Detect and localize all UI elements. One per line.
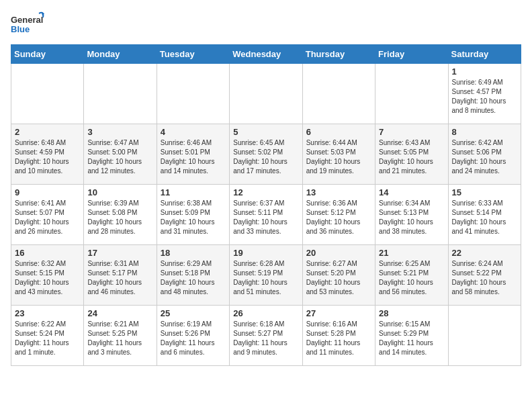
calendar-cell: 14Sunrise: 6:34 AM Sunset: 5:13 PM Dayli… <box>375 185 448 245</box>
calendar-cell: 16Sunrise: 6:32 AM Sunset: 5:15 PM Dayli… <box>11 245 84 306</box>
calendar-cell: 18Sunrise: 6:29 AM Sunset: 5:18 PM Dayli… <box>157 245 229 306</box>
day-info: Sunrise: 6:32 AM Sunset: 5:15 PM Dayligh… <box>15 259 80 297</box>
day-number: 3 <box>87 127 152 137</box>
day-number: 16 <box>15 248 80 258</box>
calendar-body: 1Sunrise: 6:49 AM Sunset: 4:57 PM Daylig… <box>11 64 521 366</box>
day-info: Sunrise: 6:18 AM Sunset: 5:27 PM Dayligh… <box>233 320 298 357</box>
calendar-cell: 13Sunrise: 6:36 AM Sunset: 5:12 PM Dayli… <box>302 185 375 245</box>
day-number: 27 <box>306 308 371 318</box>
day-number: 10 <box>87 187 152 197</box>
day-number: 21 <box>379 248 444 258</box>
day-info: Sunrise: 6:22 AM Sunset: 5:24 PM Dayligh… <box>15 320 80 357</box>
calendar-cell <box>11 64 84 124</box>
logo: General Blue <box>11 11 44 39</box>
page-header: General Blue <box>11 11 521 39</box>
calendar-cell <box>84 64 157 124</box>
day-number: 24 <box>87 308 152 318</box>
calendar-cell <box>448 306 521 366</box>
calendar-cell: 20Sunrise: 6:27 AM Sunset: 5:20 PM Dayli… <box>302 245 375 306</box>
calendar-table: SundayMondayTuesdayWednesdayThursdayFrid… <box>11 44 521 366</box>
day-number: 6 <box>306 127 371 137</box>
day-info: Sunrise: 6:38 AM Sunset: 5:09 PM Dayligh… <box>161 199 226 236</box>
calendar-cell: 26Sunrise: 6:18 AM Sunset: 5:27 PM Dayli… <box>230 306 302 366</box>
day-number: 14 <box>379 187 444 197</box>
day-number: 22 <box>452 248 517 258</box>
calendar-cell: 28Sunrise: 6:15 AM Sunset: 5:29 PM Dayli… <box>375 306 448 366</box>
day-info: Sunrise: 6:45 AM Sunset: 5:02 PM Dayligh… <box>233 138 298 176</box>
day-info: Sunrise: 6:29 AM Sunset: 5:18 PM Dayligh… <box>161 259 226 297</box>
day-info: Sunrise: 6:46 AM Sunset: 5:01 PM Dayligh… <box>161 138 226 176</box>
day-info: Sunrise: 6:42 AM Sunset: 5:06 PM Dayligh… <box>452 138 517 176</box>
header-row: SundayMondayTuesdayWednesdayThursdayFrid… <box>11 45 521 64</box>
day-info: Sunrise: 6:25 AM Sunset: 5:21 PM Dayligh… <box>379 259 444 297</box>
day-info: Sunrise: 6:33 AM Sunset: 5:14 PM Dayligh… <box>452 199 517 236</box>
header-day-monday: Monday <box>84 45 157 64</box>
calendar-cell <box>375 64 448 124</box>
day-info: Sunrise: 6:21 AM Sunset: 5:25 PM Dayligh… <box>87 320 152 357</box>
day-info: Sunrise: 6:24 AM Sunset: 5:22 PM Dayligh… <box>452 259 517 297</box>
day-number: 9 <box>15 187 80 197</box>
calendar-cell: 17Sunrise: 6:31 AM Sunset: 5:17 PM Dayli… <box>84 245 157 306</box>
calendar-cell: 22Sunrise: 6:24 AM Sunset: 5:22 PM Dayli… <box>448 245 521 306</box>
day-info: Sunrise: 6:49 AM Sunset: 4:57 PM Dayligh… <box>452 78 517 116</box>
calendar-cell: 19Sunrise: 6:28 AM Sunset: 5:19 PM Dayli… <box>230 245 302 306</box>
week-row-5: 23Sunrise: 6:22 AM Sunset: 5:24 PM Dayli… <box>11 306 521 366</box>
day-info: Sunrise: 6:27 AM Sunset: 5:20 PM Dayligh… <box>306 259 371 297</box>
day-info: Sunrise: 6:47 AM Sunset: 5:00 PM Dayligh… <box>87 138 152 176</box>
day-info: Sunrise: 6:36 AM Sunset: 5:12 PM Dayligh… <box>306 199 371 236</box>
day-number: 18 <box>161 248 226 258</box>
calendar-cell: 12Sunrise: 6:37 AM Sunset: 5:11 PM Dayli… <box>230 185 302 245</box>
day-number: 2 <box>15 127 80 137</box>
logo-svg-icon: General Blue <box>11 11 44 39</box>
week-row-4: 16Sunrise: 6:32 AM Sunset: 5:15 PM Dayli… <box>11 245 521 306</box>
calendar-cell: 4Sunrise: 6:46 AM Sunset: 5:01 PM Daylig… <box>157 124 229 185</box>
calendar-cell: 15Sunrise: 6:33 AM Sunset: 5:14 PM Dayli… <box>448 185 521 245</box>
day-number: 13 <box>306 187 371 197</box>
header-day-friday: Friday <box>375 45 448 64</box>
day-info: Sunrise: 6:19 AM Sunset: 5:26 PM Dayligh… <box>161 320 226 357</box>
svg-text:General: General <box>11 15 43 25</box>
calendar-cell: 11Sunrise: 6:38 AM Sunset: 5:09 PM Dayli… <box>157 185 229 245</box>
day-number: 20 <box>306 248 371 258</box>
week-row-2: 2Sunrise: 6:48 AM Sunset: 4:59 PM Daylig… <box>11 124 521 185</box>
header-day-thursday: Thursday <box>302 45 375 64</box>
day-info: Sunrise: 6:48 AM Sunset: 4:59 PM Dayligh… <box>15 138 80 176</box>
day-number: 17 <box>87 248 152 258</box>
day-number: 4 <box>161 127 226 137</box>
header-day-tuesday: Tuesday <box>157 45 229 64</box>
calendar-cell: 2Sunrise: 6:48 AM Sunset: 4:59 PM Daylig… <box>11 124 84 185</box>
day-info: Sunrise: 6:43 AM Sunset: 5:05 PM Dayligh… <box>379 138 444 176</box>
calendar-cell: 3Sunrise: 6:47 AM Sunset: 5:00 PM Daylig… <box>84 124 157 185</box>
calendar-cell <box>230 64 302 124</box>
week-row-3: 9Sunrise: 6:41 AM Sunset: 5:07 PM Daylig… <box>11 185 521 245</box>
day-info: Sunrise: 6:16 AM Sunset: 5:28 PM Dayligh… <box>306 320 371 357</box>
calendar-cell: 23Sunrise: 6:22 AM Sunset: 5:24 PM Dayli… <box>11 306 84 366</box>
day-info: Sunrise: 6:41 AM Sunset: 5:07 PM Dayligh… <box>15 199 80 236</box>
header-day-sunday: Sunday <box>11 45 84 64</box>
day-number: 12 <box>233 187 298 197</box>
header-day-wednesday: Wednesday <box>230 45 302 64</box>
day-info: Sunrise: 6:39 AM Sunset: 5:08 PM Dayligh… <box>87 199 152 236</box>
day-number: 28 <box>379 308 444 318</box>
day-number: 15 <box>452 187 517 197</box>
day-number: 8 <box>452 127 517 137</box>
calendar-cell: 25Sunrise: 6:19 AM Sunset: 5:26 PM Dayli… <box>157 306 229 366</box>
day-number: 26 <box>233 308 298 318</box>
calendar-cell: 8Sunrise: 6:42 AM Sunset: 5:06 PM Daylig… <box>448 124 521 185</box>
day-info: Sunrise: 6:15 AM Sunset: 5:29 PM Dayligh… <box>379 320 444 357</box>
calendar-cell: 27Sunrise: 6:16 AM Sunset: 5:28 PM Dayli… <box>302 306 375 366</box>
day-number: 7 <box>379 127 444 137</box>
calendar-cell: 7Sunrise: 6:43 AM Sunset: 5:05 PM Daylig… <box>375 124 448 185</box>
day-number: 5 <box>233 127 298 137</box>
week-row-1: 1Sunrise: 6:49 AM Sunset: 4:57 PM Daylig… <box>11 64 521 124</box>
calendar-cell: 6Sunrise: 6:44 AM Sunset: 5:03 PM Daylig… <box>302 124 375 185</box>
day-info: Sunrise: 6:34 AM Sunset: 5:13 PM Dayligh… <box>379 199 444 236</box>
calendar-cell: 5Sunrise: 6:45 AM Sunset: 5:02 PM Daylig… <box>230 124 302 185</box>
calendar-cell: 10Sunrise: 6:39 AM Sunset: 5:08 PM Dayli… <box>84 185 157 245</box>
day-number: 19 <box>233 248 298 258</box>
day-number: 25 <box>161 308 226 318</box>
calendar-cell: 21Sunrise: 6:25 AM Sunset: 5:21 PM Dayli… <box>375 245 448 306</box>
day-info: Sunrise: 6:31 AM Sunset: 5:17 PM Dayligh… <box>87 259 152 297</box>
calendar-cell: 24Sunrise: 6:21 AM Sunset: 5:25 PM Dayli… <box>84 306 157 366</box>
day-number: 23 <box>15 308 80 318</box>
